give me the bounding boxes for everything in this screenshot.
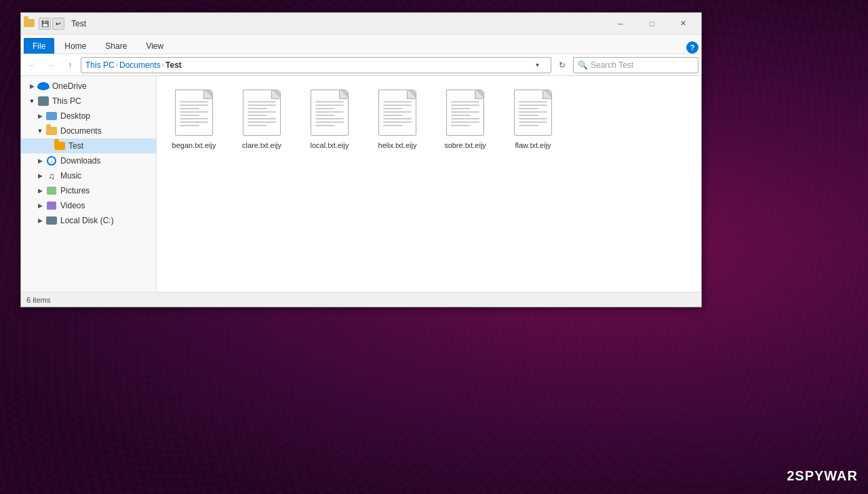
search-box[interactable]: 🔍 Search Test <box>573 57 698 73</box>
test-folder-icon <box>54 140 66 151</box>
file-item-2[interactable]: clare.txt.eijy <box>231 83 292 155</box>
nav-label-localdisk: Local Disk (C:) <box>60 216 114 225</box>
file-item-3[interactable]: local.txt.eijy <box>299 83 360 155</box>
file-name-3: local.txt.eijy <box>311 140 349 150</box>
watermark-number: 2 <box>787 468 795 483</box>
file-view: began.txt.eijy <box>157 76 701 292</box>
thispc-icon <box>37 96 50 107</box>
expand-icon: ▶ <box>26 81 37 92</box>
nav-item-pictures[interactable]: ▶ Pictures <box>21 183 156 198</box>
nav-item-desktop[interactable]: ▶ Desktop <box>21 109 156 124</box>
help-button[interactable]: ? <box>686 41 698 54</box>
expand-icon: ▶ <box>35 170 45 181</box>
videos-icon <box>45 200 58 211</box>
status-text: 6 items <box>26 296 50 304</box>
expand-icon: ▶ <box>35 200 45 211</box>
file-icon-1 <box>172 88 216 138</box>
localdisk-icon <box>45 215 58 226</box>
file-item-1[interactable]: began.txt.eijy <box>163 83 224 155</box>
tab-file[interactable]: File <box>24 38 54 54</box>
breadcrumb-documents[interactable]: Documents <box>119 60 161 70</box>
nav-label-onedrive: OneDrive <box>52 81 87 91</box>
file-item-4[interactable]: helix.txt.eijy <box>367 83 428 155</box>
refresh-button[interactable]: ↻ <box>554 57 570 73</box>
close-button[interactable]: ✕ <box>667 13 698 35</box>
address-bar-row: ← → ↑ This PC › Documents › Test ▾ ↻ 🔍 S… <box>21 54 701 76</box>
minimize-button[interactable]: ─ <box>605 13 636 35</box>
nav-label-pictures: Pictures <box>60 186 90 195</box>
expand-icon: ▶ <box>35 111 45 121</box>
maximize-button[interactable]: □ <box>636 13 667 35</box>
back-button[interactable]: ← <box>24 57 40 73</box>
onedrive-icon <box>37 81 50 92</box>
nav-item-test[interactable]: ▶ Test <box>21 138 156 153</box>
desktop-icon <box>45 111 58 121</box>
file-name-6: flaw.txt.eijy <box>515 140 551 150</box>
pictures-icon <box>45 185 58 196</box>
address-dropdown-icon[interactable]: ▾ <box>536 61 547 69</box>
file-icon-6 <box>511 88 555 138</box>
explorer-window: 💾 ↩ Test ─ □ ✕ File Home Share View ? <box>20 12 702 307</box>
file-name-1: began.txt.eijy <box>172 140 216 150</box>
tab-share[interactable]: Share <box>96 38 136 54</box>
nav-item-videos[interactable]: ▶ Videos <box>21 198 156 213</box>
search-placeholder: Search Test <box>591 60 633 70</box>
navigation-pane: ▶ OneDrive ▼ This PC ▶ Deskto <box>21 76 157 292</box>
tab-view[interactable]: View <box>137 38 172 54</box>
expand-icon: ▶ <box>35 185 45 196</box>
file-name-5: sobre.txt.eijy <box>444 140 486 150</box>
title-bar: 💾 ↩ Test ─ □ ✕ <box>21 13 701 35</box>
window-title: Test <box>71 19 605 28</box>
nav-label-downloads: Downloads <box>60 156 100 166</box>
quick-undo-btn[interactable]: ↩ <box>52 18 64 30</box>
watermark: 2SPYWAR <box>787 468 858 484</box>
music-icon: ♫ <box>45 170 58 181</box>
expand-icon: ▶ <box>35 155 45 166</box>
up-button[interactable]: ↑ <box>62 57 78 73</box>
breadcrumb-test[interactable]: Test <box>165 60 182 70</box>
status-bar: 6 items <box>21 292 701 307</box>
nav-label-music: Music <box>60 171 81 180</box>
ribbon: File Home Share View ? <box>21 35 701 54</box>
quick-access-toolbar: 💾 ↩ <box>24 18 64 30</box>
file-icon-2 <box>240 88 283 138</box>
tab-home[interactable]: Home <box>56 38 95 54</box>
expand-icon: ▼ <box>26 96 37 107</box>
file-item-6[interactable]: flaw.txt.eijy <box>502 83 564 155</box>
ribbon-tab-bar: File Home Share View ? <box>21 35 701 54</box>
nav-label-test: Test <box>68 141 83 151</box>
search-icon: 🔍 <box>578 60 588 70</box>
documents-icon <box>45 126 58 136</box>
nav-item-downloads[interactable]: ▶ Downloads <box>21 153 156 168</box>
breadcrumb: This PC › Documents › Test <box>85 60 533 70</box>
downloads-icon <box>45 155 58 166</box>
file-icon-4 <box>376 88 419 138</box>
main-content: ▶ OneDrive ▼ This PC ▶ Deskto <box>21 76 701 292</box>
nav-label-desktop: Desktop <box>60 111 90 121</box>
nav-item-onedrive[interactable]: ▶ OneDrive <box>21 79 156 94</box>
file-icon-3 <box>308 88 351 138</box>
nav-item-music[interactable]: ▶ ♫ Music <box>21 168 156 183</box>
nav-item-thispc[interactable]: ▼ This PC <box>21 94 156 109</box>
file-name-4: helix.txt.eijy <box>378 140 417 150</box>
address-bar[interactable]: This PC › Documents › Test ▾ <box>81 57 551 73</box>
file-icon-5 <box>443 88 487 138</box>
expand-icon: ▶ <box>35 215 45 226</box>
window-controls: ─ □ ✕ <box>605 13 698 35</box>
nav-item-documents[interactable]: ▼ Documents <box>21 124 156 138</box>
quick-save-btn[interactable]: 💾 <box>39 18 51 30</box>
file-name-2: clare.txt.eijy <box>242 140 281 150</box>
window-icon <box>24 18 35 28</box>
watermark-brand: SPYWAR <box>795 468 858 483</box>
forward-button[interactable]: → <box>43 57 59 73</box>
breadcrumb-thispc[interactable]: This PC <box>85 60 115 70</box>
expand-icon: ▼ <box>35 126 45 136</box>
file-item-5[interactable]: sobre.txt.eijy <box>435 83 496 155</box>
nav-item-localdisk[interactable]: ▶ Local Disk (C:) <box>21 213 156 228</box>
nav-label-documents: Documents <box>60 126 102 136</box>
nav-label-videos: Videos <box>60 201 85 210</box>
nav-label-thispc: This PC <box>52 96 81 106</box>
